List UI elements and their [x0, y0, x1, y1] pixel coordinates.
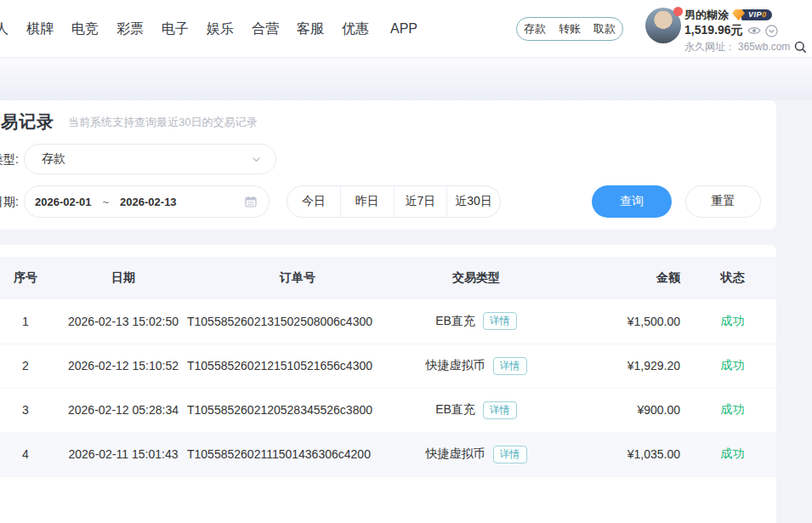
search-icon[interactable]: [794, 41, 807, 54]
range-30days-button[interactable]: 近30日: [446, 186, 500, 217]
range-7days-button[interactable]: 近7日: [394, 186, 447, 217]
row-type: EB直充: [435, 402, 475, 418]
status-badge: 成功: [721, 446, 745, 460]
permanent-url[interactable]: 365wb.com: [738, 41, 790, 53]
user-info: 男的糊涂 VIP0 1,519.96元 永久网址：: [684, 8, 797, 54]
table-row: 3 2026-02-12 05:28:34 T10558526021205283…: [0, 388, 776, 432]
permanent-url-label: 永久网址：: [684, 40, 735, 54]
row-order-no: T1055852602120528345526c3800: [187, 388, 408, 432]
deposit-button[interactable]: 存款: [524, 21, 546, 37]
withdraw-button[interactable]: 取款: [593, 21, 616, 37]
main-nav: 真人 棋牌 电竞 彩票 电子 娱乐 合营 客服 优惠 APP: [0, 0, 439, 58]
row-order-no: T1055852602131502508006c4300: [187, 299, 408, 344]
type-select[interactable]: 存款: [24, 144, 276, 174]
transaction-table: 序号 日期 订单号 交易类型 金额 状态 1 2026-02-13 15:02:…: [0, 257, 776, 477]
nav-item-esports[interactable]: 电竞: [71, 20, 99, 38]
row-order-no: T1055852602121510521656c4300: [187, 344, 408, 388]
row-index: 2: [0, 344, 60, 388]
nav-item-live[interactable]: 真人: [0, 20, 9, 38]
detail-button[interactable]: 详情: [493, 357, 527, 375]
row-date: 2026-02-12 05:28:34: [60, 388, 187, 432]
notification-dot: [673, 7, 683, 16]
username: 男的糊涂: [684, 8, 729, 23]
date-separator: ~: [103, 196, 110, 208]
wallet-actions: 存款 转账 取款: [516, 17, 623, 41]
status-badge: 成功: [721, 314, 745, 327]
transaction-table-card: 序号 日期 订单号 交易类型 金额 状态 1 2026-02-13 15:02:…: [0, 245, 776, 523]
column-header-order-no: 订单号: [187, 257, 408, 299]
page: 真人 棋牌 电竞 彩票 电子 娱乐 合营 客服 优惠 APP 存款 转账 取款 …: [0, 0, 812, 523]
table-row: 1 2026-02-13 15:02:50 T10558526021315025…: [0, 299, 776, 344]
nav-item-app[interactable]: APP: [387, 21, 421, 37]
vip-level: 0: [762, 10, 767, 19]
balance-amount: 1,519.96元: [684, 23, 743, 38]
vip-label: VIP: [748, 10, 762, 19]
column-header-date: 日期: [60, 257, 187, 299]
column-header-type: 交易类型: [408, 257, 544, 299]
date-range-picker[interactable]: 2026-02-01 ~ 2026-02-13: [24, 185, 270, 218]
quick-range-group: 今日 昨日 近7日 近30日: [287, 185, 501, 218]
top-navigation-bar: 真人 棋牌 电竞 彩票 电子 娱乐 合营 客服 优惠 APP 存款 转账 取款 …: [0, 0, 812, 58]
chevron-down-circle-icon[interactable]: [765, 25, 778, 37]
row-amount: ¥900.00: [544, 388, 689, 432]
nav-item-support[interactable]: 客服: [297, 20, 324, 38]
date-label: 日期:: [0, 185, 19, 218]
status-badge: 成功: [721, 358, 745, 372]
column-header-index: 序号: [0, 257, 60, 299]
nav-item-slots[interactable]: 电子: [162, 20, 189, 38]
calendar-icon[interactable]: [245, 196, 257, 207]
row-index: 3: [0, 388, 60, 432]
nav-item-promotions[interactable]: 优惠: [342, 20, 369, 38]
date-to[interactable]: 2026-02-13: [120, 196, 177, 208]
detail-button[interactable]: 详情: [483, 401, 517, 419]
nav-item-entertainment[interactable]: 娱乐: [207, 20, 234, 38]
nav-item-lottery[interactable]: 彩票: [116, 20, 144, 38]
status-badge: 成功: [721, 402, 745, 416]
table-row: 4 2026-02-11 15:01:43 T10558526021115014…: [0, 432, 776, 476]
row-date: 2026-02-12 15:10:52: [60, 344, 187, 388]
type-label: 类型:: [0, 144, 19, 174]
table-row: 2 2026-02-12 15:10:52 T10558526021215105…: [0, 344, 776, 388]
column-header-status: 状态: [689, 257, 776, 299]
transfer-button[interactable]: 转账: [559, 21, 581, 37]
vip-badge: VIP0: [732, 9, 772, 20]
row-index: 4: [0, 432, 60, 476]
reset-button[interactable]: 重置: [685, 185, 761, 218]
row-order-no: T1055852602111501436306c4200: [187, 432, 408, 476]
date-from[interactable]: 2026-02-01: [35, 196, 92, 208]
chevron-down-icon: [251, 154, 262, 165]
row-type: 快捷虚拟币: [426, 446, 485, 462]
detail-button[interactable]: 详情: [493, 446, 527, 463]
table-header-row: 序号 日期 订单号 交易类型 金额 状态: [0, 257, 776, 299]
column-header-amount: 金额: [544, 257, 689, 299]
row-type: EB直充: [435, 314, 475, 329]
row-type: 快捷虚拟币: [426, 358, 485, 373]
page-title: 交易记录: [0, 111, 54, 134]
row-index: 1: [0, 299, 60, 344]
detail-button[interactable]: 详情: [483, 312, 517, 330]
type-select-value: 存款: [42, 151, 251, 167]
page-background-band: [0, 59, 812, 100]
nav-item-affiliate[interactable]: 合营: [252, 20, 279, 38]
row-amount: ¥1,929.20: [544, 344, 689, 388]
row-amount: ¥1,035.00: [544, 432, 689, 476]
row-amount: ¥1,500.00: [544, 299, 689, 344]
range-today-button[interactable]: 今日: [287, 186, 340, 217]
eye-icon[interactable]: [747, 26, 761, 36]
page-subtitle: 当前系统支持查询最近30日的交易记录: [68, 115, 257, 130]
transaction-filter-card: 交易记录 当前系统支持查询最近30日的交易记录 类型: 存款 日期: 2026-…: [0, 100, 776, 230]
query-button[interactable]: 查询: [592, 185, 672, 218]
range-yesterday-button[interactable]: 昨日: [340, 186, 394, 217]
row-date: 2026-02-13 15:02:50: [60, 299, 187, 344]
nav-item-board-games[interactable]: 棋牌: [26, 20, 54, 38]
row-date: 2026-02-11 15:01:43: [60, 432, 187, 476]
